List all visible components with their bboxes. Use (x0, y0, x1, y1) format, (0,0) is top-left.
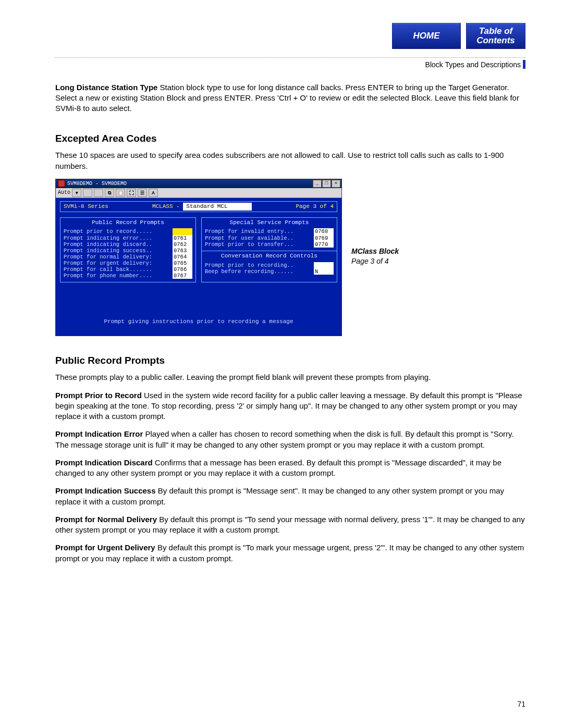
window-buttons: _ □ × (313, 180, 340, 188)
section-text-excepted: These 10 spaces are used to specify area… (55, 150, 525, 171)
prompt-row: Prompt prior to transfer...0770 (205, 241, 334, 248)
prompt-value-field[interactable]: 0765 (173, 260, 192, 266)
terminal-header-mid: MCLASS - Standard MCL (152, 203, 252, 211)
prompt-label: Prompt prior to recording.. (205, 262, 293, 268)
prompt-label: Prompt for user available.. (205, 235, 293, 241)
window-toolbar: Auto ▾ ⧉ 📋 ⛶ ☰ A (56, 188, 341, 198)
divider (55, 57, 525, 58)
prompt-label: Prompt indicating error.... (64, 235, 152, 241)
prompt-row: Prompt prior to recording.. (205, 262, 334, 268)
prompt-value-field[interactable]: 0763 (173, 248, 192, 254)
figure-row: SVM8DEMO - SVM8DEMO _ □ × Auto ▾ ⧉ 📋 ⛶ ☰… (55, 179, 525, 336)
terminal-body: SVMi-8 Series MCLASS - Standard MCL Page… (56, 198, 341, 336)
terminal-status: Prompt giving instructions prior to reco… (60, 282, 337, 326)
terminal-header-right: Page 3 of 4 (296, 203, 334, 211)
prompt-row: Prompt indicating discard..0762 (64, 241, 192, 248)
terminal-header-mid-label: MCLASS - (152, 203, 183, 209)
definition-term: Prompt Prior to Record (55, 391, 142, 400)
prompt-value-field[interactable]: N (314, 268, 334, 275)
right-panel: Special Service Prompts Prompt for inval… (201, 217, 337, 282)
toolbar-fullscreen-icon[interactable]: ⛶ (127, 189, 136, 197)
toolbar-font-icon[interactable]: A (149, 189, 158, 197)
breadcrumb-text: Block Types and Descriptions (425, 60, 521, 69)
terminal-header-left: SVMi-8 Series (64, 203, 108, 211)
close-button[interactable]: × (332, 180, 340, 188)
prompt-label: Prompt for urgent delivery: (64, 260, 152, 266)
window-titlebar: SVM8DEMO - SVM8DEMO _ □ × (56, 179, 341, 188)
page-number: 71 (517, 699, 525, 709)
prompt-row: Prompt for normal delivery:0764 (64, 254, 192, 260)
right-subpanel-list: Prompt prior to recording..Beep before r… (202, 262, 337, 275)
home-button-label: HOME (413, 31, 440, 41)
terminal-panels: Public Record Prompts Prompt prior to re… (60, 217, 337, 282)
section-title-excepted: Excepted Area Codes (55, 132, 525, 145)
prompt-label: Beep before recording...... (205, 268, 293, 275)
prompt-value-field[interactable]: 0769 (314, 235, 334, 241)
prompt-label: Prompt indicating discard.. (64, 241, 152, 248)
toolbar-btn-1[interactable] (83, 189, 92, 197)
right-panel-title: Special Service Prompts (202, 218, 337, 229)
definition-term: Prompt Indication Discard (55, 458, 153, 467)
toolbar-paste-icon[interactable]: 📋 (116, 189, 125, 197)
prompt-row: Prompt for invalid entry...0768 (205, 228, 334, 235)
app-icon (58, 180, 65, 187)
toc-button[interactable]: Table of Contents (466, 23, 525, 49)
prompt-label: Prompt prior to record..... (64, 228, 152, 235)
left-panel-title: Public Record Prompts (60, 218, 195, 229)
section-lead-public: These prompts play to a public caller. L… (55, 372, 525, 382)
toc-line2: Contents (476, 36, 515, 45)
prompt-value-field[interactable]: 0766 (173, 266, 192, 273)
prompt-value-field[interactable] (314, 262, 334, 268)
prompt-label: Prompt for phone number.... (64, 273, 152, 279)
breadcrumb-bar-icon (523, 60, 525, 69)
prompt-value-field[interactable] (173, 228, 192, 235)
toolbar-props-icon[interactable]: ☰ (138, 189, 147, 197)
toolbar-auto-label: Auto (58, 189, 70, 196)
maximize-button[interactable]: □ (322, 180, 331, 188)
prompt-value-field[interactable]: 0770 (314, 241, 334, 248)
prompt-value-field[interactable]: 0767 (173, 273, 192, 279)
definition-paragraph: Prompt Indication Error Played when a ca… (55, 429, 525, 450)
definition-paragraph: Prompt Indication Success By default thi… (55, 486, 525, 507)
prompt-label: Prompt for invalid entry... (205, 228, 293, 235)
intro-term: Long Distance Station Type (55, 83, 157, 92)
prompt-value-field[interactable]: 0762 (173, 241, 192, 248)
prompt-value-field[interactable]: 0764 (173, 254, 192, 260)
definition-term: Prompt Indication Success (55, 486, 156, 495)
prompt-row: Prompt for user available..0769 (205, 235, 334, 241)
prompt-row: Prompt for urgent delivery:0765 (64, 260, 192, 266)
window-title: SVM8DEMO - SVM8DEMO (67, 180, 127, 188)
right-subpanel: Conversation Record Controls Prompt prio… (202, 251, 337, 275)
prompt-label: Prompt prior to transfer... (205, 241, 293, 248)
right-subpanel-title: Conversation Record Controls (202, 251, 337, 262)
prompt-value-field[interactable]: 0761 (173, 235, 192, 241)
home-button[interactable]: HOME (392, 23, 461, 49)
terminal-header-mid-value[interactable]: Standard MCL (183, 203, 252, 211)
prompt-row: Prompt prior to record..... (64, 228, 192, 235)
minimize-button[interactable]: _ (313, 180, 322, 188)
definition-term: Prompt for Normal Delivery (55, 515, 157, 524)
definition-paragraph: Prompt Indication Discard Confirms that … (55, 458, 525, 479)
prompt-row: Beep before recording......N (205, 268, 334, 275)
toolbar-copy-icon[interactable]: ⧉ (105, 189, 114, 197)
prompt-row: Prompt indicating success..0763 (64, 248, 192, 254)
terminal-window: SVM8DEMO - SVM8DEMO _ □ × Auto ▾ ⧉ 📋 ⛶ ☰… (55, 179, 342, 336)
top-nav: HOME Table of Contents (55, 23, 525, 49)
prompt-row: Prompt for phone number....0767 (64, 273, 192, 279)
definition-paragraph: Prompt for Urgent Delivery By default th… (55, 542, 525, 564)
figure-caption: MClass Block Page 3 of 4 (351, 179, 399, 266)
toolbar-btn-2[interactable] (94, 189, 103, 197)
prompt-row: Prompt indicating error....0761 (64, 235, 192, 241)
definition-term: Prompt for Urgent Delivery (55, 543, 155, 552)
prompt-value-field[interactable]: 0768 (314, 228, 334, 235)
definition-paragraph: Prompt Prior to Record Used in the syste… (55, 390, 525, 422)
definition-paragraph: Prompt for Normal Delivery By default th… (55, 514, 525, 536)
prompt-row: Prompt for call back.......0766 (64, 266, 192, 273)
section-title-public: Public Record Prompts (55, 354, 525, 367)
definitions-list: Prompt Prior to Record Used in the syste… (55, 390, 525, 564)
breadcrumb: Block Types and Descriptions (55, 60, 525, 70)
intro-paragraph: Long Distance Station Type Station block… (55, 82, 525, 114)
toolbar-dropdown-icon[interactable]: ▾ (72, 189, 81, 197)
prompt-label: Prompt indicating success.. (64, 248, 152, 254)
figure-caption-line2: Page 3 of 4 (351, 256, 399, 266)
